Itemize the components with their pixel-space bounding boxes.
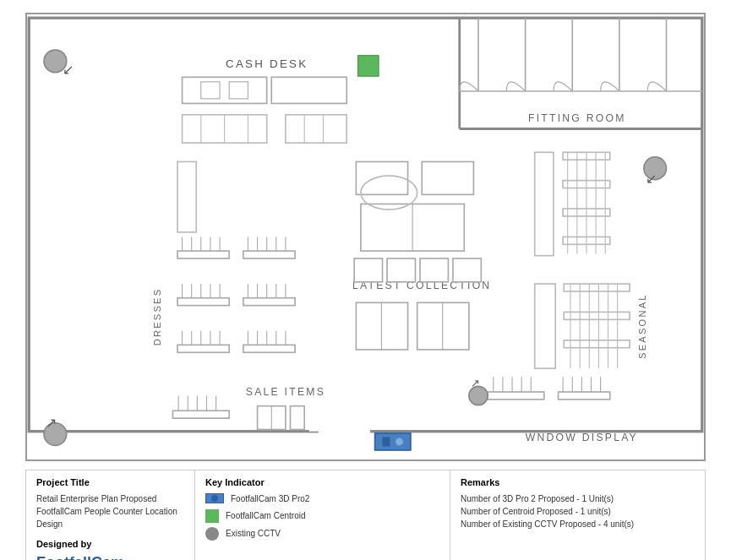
svg-rect-110 [291, 406, 305, 430]
svg-text:DRESSES: DRESSES [152, 288, 162, 346]
sale-items-section: SALE ITEMS ↗ [44, 386, 325, 445]
remarks-title: Remarks [461, 477, 695, 487]
svg-rect-46 [243, 298, 295, 306]
key-indicator-section: Key Indicator FootfallCam 3D Pro2 Footfa… [195, 470, 450, 560]
svg-text:↙: ↙ [63, 63, 74, 77]
svg-rect-14 [201, 82, 220, 99]
svg-point-130 [396, 438, 403, 446]
legend-cctv-label: Existing CCTV [226, 527, 281, 540]
svg-rect-28 [177, 251, 229, 258]
project-title-label: Project Title [36, 477, 184, 487]
svg-text:SALE ITEMS: SALE ITEMS [246, 386, 325, 398]
svg-text:↗: ↗ [471, 377, 480, 389]
svg-rect-34 [243, 251, 295, 258]
svg-text:FITTING ROOM: FITTING ROOM [528, 112, 626, 124]
svg-rect-128 [375, 433, 411, 450]
legend-item-3dpro: FootfallCam 3D Pro2 [205, 492, 439, 505]
svg-rect-120 [559, 392, 610, 400]
legend-3dpro-label: FootfallCam 3D Pro2 [231, 492, 309, 505]
svg-rect-0 [29, 18, 702, 432]
project-title-value: Retail Enterprise Plan Proposed Footfall… [36, 492, 184, 530]
svg-rect-64 [177, 161, 196, 231]
svg-rect-15 [229, 82, 248, 99]
svg-text:↗: ↗ [46, 416, 57, 430]
svg-rect-79 [535, 152, 554, 255]
footfallcam-logo: FootfallCam [36, 554, 184, 560]
seasonal-section: SEASONAL [535, 152, 667, 368]
remarks-line-1: Number of Centroid Proposed - 1 unit(s) [461, 505, 695, 518]
svg-rect-13 [183, 77, 267, 103]
page-container: FITTING ROOM CASH DESK ↙ [0, 0, 731, 560]
remarks-line-0: Number of 3D Pro 2 Proposed - 1 Unit(s) [461, 492, 695, 505]
svg-rect-4 [319, 428, 370, 433]
svg-rect-17 [358, 56, 379, 76]
svg-rect-90 [564, 284, 630, 291]
svg-text:SEASONAL: SEASONAL [637, 293, 647, 359]
window-display-section: WNDOW DISPLAY [375, 377, 638, 450]
fitting-rooms: FITTING ROOM [460, 18, 702, 123]
3dpro-icon [205, 493, 224, 503]
remarks-section: Remarks Number of 3D Pro 2 Proposed - 1 … [450, 470, 705, 560]
svg-rect-24 [286, 115, 346, 143]
svg-text:LATEST COLLECTION: LATEST COLLECTION [352, 280, 491, 291]
latest-collection-area: LATEST COLLECTION [352, 161, 491, 350]
designed-by-label: Designed by [36, 539, 184, 549]
svg-text:CASH DESK: CASH DESK [226, 57, 308, 70]
svg-rect-129 [383, 437, 390, 446]
svg-rect-97 [564, 312, 630, 319]
legend-centroid-label: FootfallCam Centroid [226, 509, 305, 522]
floorplan-svg: FITTING ROOM CASH DESK ↙ [27, 14, 704, 459]
cash-desk-area: CASH DESK ↙ [44, 50, 379, 103]
svg-rect-98 [564, 340, 630, 348]
svg-text:WNDOW DISPLAY: WNDOW DISPLAY [526, 432, 638, 443]
svg-rect-52 [177, 345, 229, 352]
dresses-section: DRESSES [152, 161, 295, 352]
svg-rect-66 [356, 161, 407, 194]
centroid-icon [205, 509, 219, 523]
svg-rect-67 [422, 161, 473, 194]
svg-rect-58 [243, 345, 295, 352]
key-indicator-title: Key Indicator [205, 477, 439, 487]
svg-rect-40 [177, 298, 229, 306]
svg-rect-114 [488, 392, 544, 400]
project-section: Project Title Retail Enterprise Plan Pro… [26, 470, 195, 560]
floorplan-area: FITTING ROOM CASH DESK ↙ [25, 13, 706, 461]
legend-area: Project Title Retail Enterprise Plan Pro… [25, 470, 706, 560]
legend-item-cctv: Existing CCTV [205, 527, 439, 541]
remarks-line-2: Number of Existing CCTV Proposed - 4 uni… [461, 518, 695, 530]
svg-rect-16 [271, 77, 346, 103]
svg-rect-89 [535, 284, 555, 368]
display-top-center [183, 115, 347, 143]
svg-rect-102 [172, 410, 229, 418]
svg-text:↙: ↙ [646, 171, 657, 186]
cctv-icon [205, 527, 219, 541]
legend-item-centroid: FootfallCam Centroid [205, 509, 439, 523]
